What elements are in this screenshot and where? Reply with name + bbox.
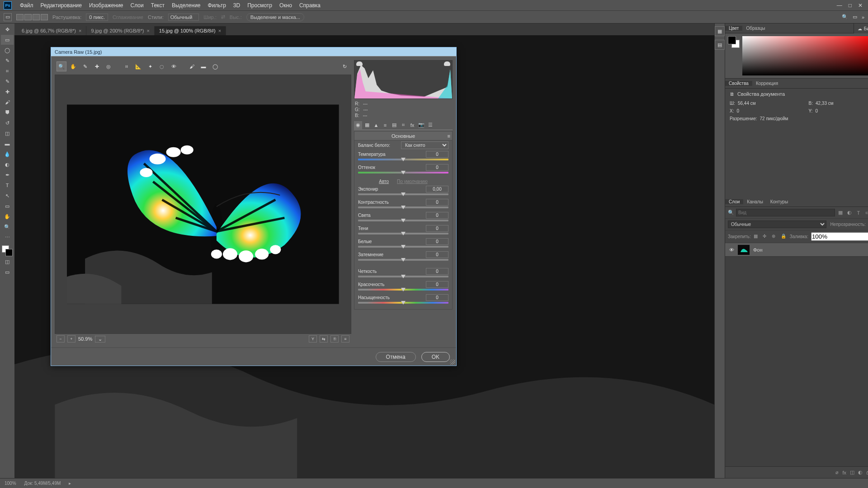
tab-fx-icon[interactable]: fx <box>408 121 416 129</box>
status-more-icon[interactable]: ▸ <box>69 481 71 486</box>
section-menu-icon[interactable]: ≡ <box>448 133 450 139</box>
close-icon[interactable]: × <box>79 28 81 33</box>
tab-camera-icon[interactable]: 📷 <box>417 121 425 129</box>
adjustment-icon[interactable]: ◐ <box>858 469 863 475</box>
cr-spot-tool[interactable]: ◌ <box>157 61 167 71</box>
edit-toolbar[interactable]: ⋯ <box>1 232 14 242</box>
actions-panel-icon[interactable]: ▤ <box>715 40 725 50</box>
fill-input[interactable] <box>811 232 868 241</box>
filter-adjust-icon[interactable]: ◐ <box>846 209 853 216</box>
mini-swatch[interactable] <box>728 36 740 75</box>
fx-icon[interactable]: fx <box>842 470 846 475</box>
hand-tool[interactable]: ✋ <box>1 211 14 221</box>
cr-hand-tool[interactable]: ✋ <box>68 61 78 71</box>
tab-presets-icon[interactable]: ☰ <box>426 121 434 129</box>
cr-wb-tool[interactable]: ✎ <box>80 61 90 71</box>
screenmode-tool[interactable]: ▭ <box>1 267 14 277</box>
doc-tab-1[interactable]: 9.jpg @ 200% (RGB/8*)× <box>86 26 154 35</box>
menu-3d[interactable]: 3D <box>230 2 244 9</box>
whites-slider[interactable] <box>354 246 452 250</box>
tab-layers[interactable]: Слои <box>725 199 743 204</box>
exposure-value[interactable]: 0,00 <box>426 186 448 192</box>
lock-artboard-icon[interactable]: ⊕ <box>772 234 778 240</box>
status-zoom[interactable]: 100% <box>5 481 16 486</box>
filter-type-icon[interactable]: T <box>855 209 862 216</box>
filter-pixel-icon[interactable]: ▦ <box>837 209 844 216</box>
cr-target-adjust-tool[interactable]: ◎ <box>104 61 113 71</box>
eyedropper-tool[interactable]: ✎ <box>1 76 14 86</box>
search-icon[interactable]: 🔍 <box>728 210 734 216</box>
clarity-value[interactable]: 0 <box>426 268 448 275</box>
brush-tool[interactable]: 🖌 <box>1 97 14 107</box>
resize-grip[interactable] <box>450 359 455 365</box>
cr-copy[interactable]: ⎘ <box>330 335 339 343</box>
tab-color[interactable]: Цвет <box>725 26 742 31</box>
dodge-tool[interactable]: ◐ <box>1 160 14 169</box>
minimize-icon[interactable]: — <box>837 2 842 9</box>
tab-swatches[interactable]: Образцы <box>742 26 769 31</box>
menu-select[interactable]: Выделение <box>168 2 204 9</box>
expand-icon[interactable]: » <box>862 14 864 20</box>
workspace-icon[interactable]: ▭ <box>853 14 857 20</box>
contrast-slider[interactable] <box>354 206 452 211</box>
color-field[interactable] <box>742 36 868 75</box>
eraser-tool[interactable]: ◫ <box>1 128 14 138</box>
link-icon[interactable]: ⌀ <box>835 469 839 475</box>
blacks-slider[interactable] <box>354 259 452 263</box>
tab-lens-icon[interactable]: ⌗ <box>399 121 407 129</box>
libraries-button[interactable]: ☁Библиотеки <box>854 23 868 33</box>
temp-slider[interactable] <box>354 159 452 163</box>
marquee-tool-icon[interactable]: ▭ <box>4 13 12 21</box>
cr-crop-tool[interactable]: ⌗ <box>122 61 132 71</box>
contrast-value[interactable]: 0 <box>426 199 448 206</box>
lock-all-icon[interactable]: 🔒 <box>781 234 787 240</box>
blend-mode-select[interactable]: Обычные <box>728 221 826 228</box>
cr-cycle[interactable]: ≡ <box>341 335 349 343</box>
tint-value[interactable]: 0 <box>426 164 448 171</box>
cr-radial-filter-tool[interactable]: ◯ <box>210 61 220 71</box>
cr-zoom-tool[interactable]: 🔍 <box>57 61 66 71</box>
tab-basic-icon[interactable]: ◉ <box>354 121 362 129</box>
color-swatches[interactable] <box>2 245 13 256</box>
lasso-tool[interactable]: ◯ <box>1 45 14 55</box>
vibrance-slider[interactable] <box>354 289 452 293</box>
close-icon[interactable]: ✕ <box>858 2 863 9</box>
menu-window[interactable]: Окно <box>276 2 296 9</box>
tab-hsl-icon[interactable]: ≡ <box>381 121 389 129</box>
layer-filter-input[interactable] <box>736 209 835 216</box>
feather-value[interactable]: 0 пикс. <box>86 14 108 21</box>
selection-mode-intersect[interactable] <box>41 14 48 20</box>
quickmask-tool[interactable]: ◫ <box>1 257 14 267</box>
vibrance-value[interactable]: 0 <box>426 281 448 288</box>
stamp-tool[interactable]: ⛊ <box>1 108 14 117</box>
shadow-clip-icon[interactable] <box>356 61 363 66</box>
menu-filter[interactable]: Фильтр <box>204 2 230 9</box>
doc-tab-2[interactable]: 15.jpg @ 100% (RGB/8#)× <box>155 26 226 35</box>
default-link[interactable]: По умолчанию <box>397 179 428 184</box>
menu-text[interactable]: Текст <box>147 2 168 9</box>
search-icon[interactable]: 🔍 <box>842 14 848 20</box>
mask-icon[interactable]: ◫ <box>850 469 854 475</box>
temp-value[interactable]: 0 <box>426 151 448 158</box>
blacks-value[interactable]: 0 <box>426 251 448 258</box>
highlights-value[interactable]: 0 <box>426 212 448 219</box>
cr-zoom-value[interactable]: 50.9% <box>78 336 92 342</box>
clarity-slider[interactable] <box>354 276 452 280</box>
canvas[interactable]: Camera Raw (15.jpg) 🔍 ✋ ✎ ✚ ◎ ⌗ 📐 ✦ <box>14 35 714 478</box>
history-panel-icon[interactable]: ▦ <box>715 26 725 36</box>
histogram[interactable] <box>354 60 453 99</box>
cancel-button[interactable]: Отмена <box>376 352 416 362</box>
tab-split-icon[interactable]: ▤ <box>390 121 398 129</box>
styles-select[interactable]: Обычный <box>168 14 199 21</box>
cr-adj-brush-tool[interactable]: 🖌 <box>187 61 197 71</box>
cr-swap[interactable]: ⇆ <box>320 335 328 343</box>
menu-image[interactable]: Изображение <box>85 2 127 9</box>
group-icon[interactable]: 🗀 <box>866 470 868 475</box>
lock-position-icon[interactable]: ✜ <box>763 234 769 240</box>
lock-pixels-icon[interactable]: ▦ <box>754 234 760 240</box>
maximize-icon[interactable]: □ <box>849 2 852 9</box>
shadows-value[interactable]: 0 <box>426 225 448 232</box>
tab-properties[interactable]: Свойства <box>725 81 752 86</box>
blur-tool[interactable]: 💧 <box>1 149 14 159</box>
gradient-tool[interactable]: ▬ <box>1 139 14 149</box>
